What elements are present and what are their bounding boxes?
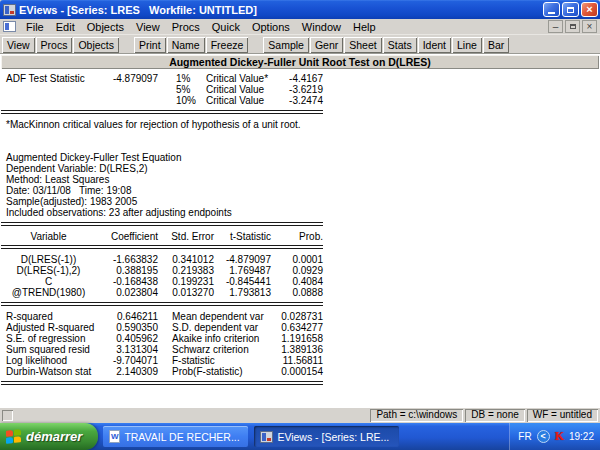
line-button[interactable]: Line [452,37,482,53]
mdi-restore-button[interactable] [565,20,580,33]
status-path-panel: Path = c:\windows [370,409,463,422]
stat-label: F-statistic [158,355,270,366]
task-label: TRAVAIL DE RECHER... [124,431,239,443]
menu-help[interactable]: Help [347,20,382,34]
stat-label: Mean dependent var [158,311,270,322]
cv-pct: 1% [176,73,206,84]
freeze-button[interactable]: Freeze [206,37,249,53]
stats-row: Adjusted R-squared 0.590350 S.D. depende… [1,322,323,333]
stat-value: 0.590350 [106,322,158,333]
mdi-window-controls: – × [548,20,597,33]
stat-value: 11.56811 [270,355,323,366]
cell-prob: 0.0929 [271,265,323,276]
cv-value: -3.6219 [279,84,323,95]
stat-value: -9.704071 [106,355,158,366]
col-prob: Prob. [271,231,323,242]
print-button[interactable]: Print [134,37,166,53]
tray-collapse-chevron-icon[interactable]: < [537,430,550,443]
kaspersky-tray-icon[interactable]: K [555,429,564,444]
minimize-button[interactable] [543,2,560,17]
status-wf-panel: WF = untitled [527,409,598,422]
sheet-button[interactable]: Sheet [344,37,381,53]
menu-quick[interactable]: Quick [206,20,246,34]
menu-edit[interactable]: Edit [50,20,81,34]
table-rule [1,381,323,385]
windows-logo-icon [6,429,21,445]
mdi-close-button[interactable]: × [582,20,597,33]
stat-label: Log likelihood [1,355,106,366]
restore-button[interactable] [562,2,579,17]
equation-info-line: Date: 03/11/08 Time: 19:08 [1,185,600,196]
cv-label: Critical Value [206,84,279,95]
stats-row: Durbin-Watson stat 2.140309 Prob(F-stati… [1,366,323,377]
cell-prob: 0.0888 [271,287,323,298]
language-indicator[interactable]: FR [518,431,531,442]
stats-row: Sum squared resid 3.131304 Schwarz crite… [1,344,323,355]
equation-info-line: Sample(adjusted): 1983 2005 [1,196,600,207]
stat-label: S.E. of regression [1,333,106,344]
genr-button[interactable]: Genr [310,37,343,53]
stat-label: Sum squared resid [1,344,106,355]
toolbar-group-series: Sample Genr Sheet Stats Ident Line Bar [263,37,510,53]
cell-t-statistic: 1.769487 [214,265,271,276]
title-bar: EViews - [Series: LRES Workfile: UNTITLE… [0,0,600,19]
close-button[interactable]: × [581,2,598,17]
menu-window[interactable]: Window [296,20,347,34]
toolbar-group-output: Print Name Freeze [134,37,249,53]
cell-prob: 0.0001 [271,254,323,265]
stat-value: 1.389136 [270,344,323,355]
stat-value: 2.140309 [106,366,158,377]
stat-value: 1.191658 [270,333,323,344]
adf-statistic-row: ADF Test Statistic -4.879097 1% Critical… [1,73,323,84]
task-label: EViews - [Series: LRE... [277,431,389,443]
cv-value: -3.2474 [279,95,323,106]
name-button[interactable]: Name [167,37,205,53]
col-variable: Variable [1,231,96,242]
stat-label: Durbin-Watson stat [1,366,106,377]
equation-info-line: Method: Least Squares [1,174,600,185]
cell-std-error: 0.341012 [158,254,214,265]
taskbar-task-eviews[interactable]: EViews - [Series: LRE... [254,426,399,447]
coef-table-row: D(LRES(-1),2) 0.388195 0.219383 1.769487… [1,265,323,276]
menu-procs[interactable]: Procs [166,20,206,34]
stats-row: R-squared 0.646211 Mean dependent var 0.… [1,311,323,322]
status-command-box [2,410,13,421]
stat-label: Adjusted R-squared [1,322,106,333]
critical-value-row: 5% Critical Value -3.6219 [1,84,323,95]
clock: 19:22 [569,431,594,442]
stat-value: 3.131304 [106,344,158,355]
mdi-minimize-button[interactable]: – [548,20,563,33]
procs-button[interactable]: Procs [36,37,73,53]
toolbar-group-object: View Procs Objects [2,37,120,53]
stat-value: 0.405962 [106,333,158,344]
ident-button[interactable]: Ident [418,37,451,53]
cv-pct: 5% [176,84,206,95]
adf-label: ADF Test Statistic [1,73,111,84]
menu-options[interactable]: Options [246,20,296,34]
menu-bar: File Edit Objects View Procs Quick Optio… [0,19,600,35]
stats-button[interactable]: Stats [383,37,417,53]
status-bar: Path = c:\windows DB = none WF = untitle… [0,407,600,423]
bar-button[interactable]: Bar [483,37,509,53]
adf-value: -4.879097 [111,73,158,84]
taskbar-task-word-document[interactable]: W TRAVAIL DE RECHER... [103,426,248,447]
menu-view[interactable]: View [130,20,166,34]
cv-label: Critical Value* [206,73,279,84]
cell-coefficient: -1.663832 [96,254,158,265]
report-title: Augmented Dickey-Fuller Unit Root Test o… [1,55,599,69]
objects-button[interactable]: Objects [73,37,119,53]
start-button[interactable]: démarrer [0,423,98,450]
start-button-label: démarrer [26,429,82,444]
cell-t-statistic: 1.793813 [214,287,271,298]
status-db-panel: DB = none [465,409,525,422]
equation-info-line: Included observations: 23 after adjustin… [1,207,600,218]
stat-label: Schwarz criterion [158,344,270,355]
cv-label: Critical Value [206,95,279,106]
menu-objects[interactable]: Objects [81,20,130,34]
view-button[interactable]: View [2,37,35,53]
window-controls: × [543,2,598,17]
menu-file[interactable]: File [20,20,50,34]
cell-variable: @TREND(1980) [1,287,96,298]
sample-button[interactable]: Sample [263,37,309,53]
coef-table-row: C -0.168438 0.199231 -0.845441 0.4084 [1,276,323,287]
